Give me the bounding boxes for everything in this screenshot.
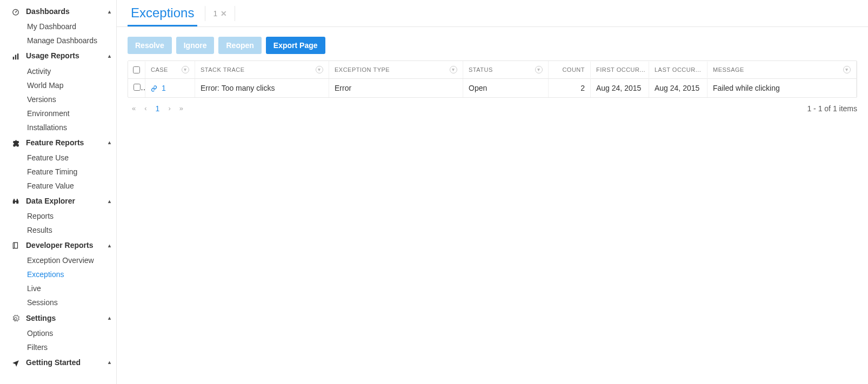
column-header-last-occur[interactable]: LAST OCCUR...: [649, 62, 707, 78]
select-all-header: [128, 62, 145, 78]
svg-rect-2: [13, 57, 14, 59]
filter-icon[interactable]: ▾: [843, 66, 851, 73]
nav-item-environment[interactable]: Environment: [27, 106, 116, 120]
column-header-first-occur[interactable]: FIRST OCCUR...: [591, 62, 649, 78]
row-stack-cell: Error: Too many clicks: [195, 79, 329, 97]
filter-icon[interactable]: ▾: [182, 66, 189, 73]
filter-icon[interactable]: ▾: [450, 66, 457, 73]
nav-item-world-map[interactable]: World Map: [27, 78, 116, 92]
chevron-up-icon: ▴: [108, 359, 111, 365]
case-link[interactable]: 1: [151, 84, 166, 92]
nav-item-reports[interactable]: Reports: [27, 209, 116, 223]
nav-item-feature-timing[interactable]: Feature Timing: [27, 165, 116, 179]
pager: « ‹ 1 › » 1 - 1 of 1 items: [117, 98, 868, 119]
pager-last-icon[interactable]: »: [175, 103, 188, 113]
chevron-up-icon: ▴: [108, 139, 111, 145]
nav-section-dashboards[interactable]: Dashboards▴: [0, 3, 116, 19]
row-first-cell: Aug 24, 2015: [591, 79, 649, 97]
nav-item-options[interactable]: Options: [27, 326, 116, 340]
pager-summary: 1 - 1 of 1 items: [807, 104, 857, 113]
nav-section-label: Developer Reports: [26, 241, 93, 250]
nav-item-activity[interactable]: Activity: [27, 64, 116, 78]
nav-section-label: Feature Reports: [26, 138, 84, 147]
nav-section-settings[interactable]: Settings▴: [0, 309, 116, 326]
select-all-checkbox[interactable]: [133, 66, 140, 73]
svg-point-1: [15, 12, 16, 13]
svg-rect-6: [16, 200, 18, 204]
reopen-button[interactable]: Reopen: [218, 37, 261, 54]
column-label: EXCEPTION TYPE: [335, 66, 390, 73]
svg-rect-8: [14, 199, 15, 201]
nav-item-sessions[interactable]: Sessions: [27, 295, 116, 309]
svg-rect-4: [17, 53, 18, 59]
filter-icon[interactable]: ▾: [535, 66, 543, 73]
column-header-stack-trace[interactable]: STACK TRACE ▾: [195, 61, 329, 78]
nav-section-label: Settings: [26, 314, 56, 322]
column-label: CASE: [151, 66, 168, 73]
toolbar: Resolve Ignore Reopen Export Page: [117, 27, 868, 60]
row-select-cell: [128, 79, 145, 97]
nav-section-data-explorer[interactable]: Data Explorer▴: [0, 193, 116, 209]
binoculars-icon: [12, 197, 23, 205]
nav-section-label: Data Explorer: [26, 197, 75, 205]
nav-item-installations[interactable]: Installations: [27, 120, 116, 134]
nav-item-my-dashboard[interactable]: My Dashboard: [27, 19, 116, 33]
nav-section-getting-started[interactable]: Getting Started▴: [0, 354, 116, 370]
row-message-cell: Failed while clicking: [707, 79, 857, 97]
column-label: LAST OCCUR...: [655, 66, 701, 73]
resolve-button[interactable]: Resolve: [128, 37, 172, 54]
row-count-cell: 2: [549, 79, 591, 97]
chevron-up-icon: ▴: [108, 53, 111, 59]
column-header-case[interactable]: CASE ▾: [145, 61, 195, 78]
nav-item-versions[interactable]: Versions: [27, 92, 116, 106]
row-case-cell: 1: [145, 79, 195, 97]
svg-rect-3: [15, 55, 16, 59]
tab-divider-end: [235, 6, 235, 21]
nav-section-developer-reports[interactable]: Developer Reports▴: [0, 237, 116, 253]
column-header-message[interactable]: MESSAGE ▾: [707, 61, 857, 78]
chevron-up-icon: ▴: [108, 315, 111, 321]
nav-item-manage-dashboards[interactable]: Manage Dashboards: [27, 33, 116, 48]
pager-next-icon[interactable]: ›: [164, 103, 175, 113]
row-type-cell: Error: [329, 79, 463, 97]
nav-item-feature-value[interactable]: Feature Value: [27, 179, 116, 193]
chevron-up-icon: ▴: [108, 242, 111, 248]
column-label: COUNT: [562, 66, 585, 73]
page-title[interactable]: Exceptions: [128, 0, 197, 26]
close-tab-icon[interactable]: ✕: [221, 9, 227, 18]
nav-section-label: Usage Reports: [26, 51, 79, 60]
column-label: STATUS: [469, 66, 493, 73]
row-checkbox[interactable]: [133, 84, 141, 91]
nav-item-exceptions[interactable]: Exceptions: [27, 267, 116, 281]
pager-current-page[interactable]: 1: [151, 104, 164, 113]
column-header-count[interactable]: COUNT: [549, 62, 591, 78]
exceptions-table: CASE ▾ STACK TRACE ▾ EXCEPTION TYPE ▾ ST…: [128, 60, 857, 98]
export-page-button[interactable]: Export Page: [266, 37, 325, 54]
pager-first-icon[interactable]: «: [128, 103, 140, 113]
column-label: FIRST OCCUR...: [596, 66, 645, 73]
chevron-up-icon: ▴: [108, 198, 111, 204]
table-row[interactable]: 1 Error: Too many clicks Error Open 2 Au…: [128, 79, 857, 97]
nav-item-live[interactable]: Live: [27, 281, 116, 295]
main-content: Exceptions 1 ✕ Resolve Ignore Reopen Exp…: [117, 0, 868, 384]
nav-section-usage-reports[interactable]: Usage Reports▴: [0, 48, 116, 64]
pager-prev-icon[interactable]: ‹: [140, 103, 151, 113]
link-icon: [151, 84, 159, 92]
row-last-cell: Aug 24, 2015: [649, 79, 707, 97]
nav-section-feature-reports[interactable]: Feature Reports▴: [0, 134, 116, 151]
chevron-up-icon: ▴: [108, 9, 111, 15]
nav-item-results[interactable]: Results: [27, 223, 116, 237]
puzzle-icon: [12, 138, 23, 147]
column-header-exception-type[interactable]: EXCEPTION TYPE ▾: [329, 61, 463, 78]
plane-icon: [12, 358, 23, 367]
table-header-row: CASE ▾ STACK TRACE ▾ EXCEPTION TYPE ▾ ST…: [128, 61, 857, 79]
nav-item-feature-use[interactable]: Feature Use: [27, 151, 116, 165]
tab-bar: Exceptions 1 ✕: [117, 0, 868, 27]
nav-item-filters[interactable]: Filters: [27, 340, 116, 354]
column-label: MESSAGE: [713, 66, 744, 73]
column-header-status[interactable]: STATUS ▾: [463, 61, 549, 78]
ignore-button[interactable]: Ignore: [176, 37, 215, 54]
book-icon: [12, 241, 23, 250]
filter-icon[interactable]: ▾: [316, 66, 323, 73]
nav-item-exception-overview[interactable]: Exception Overview: [27, 253, 116, 267]
